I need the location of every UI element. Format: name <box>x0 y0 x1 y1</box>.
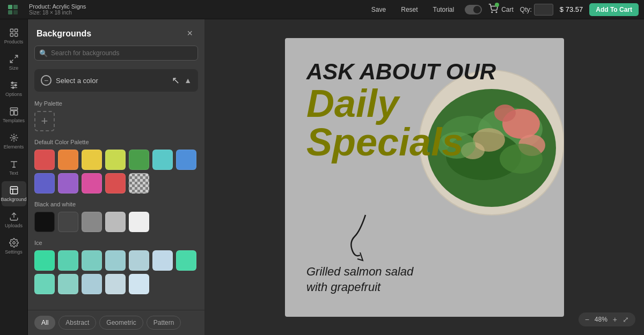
swatch-yellow-green[interactable] <box>105 150 126 170</box>
swatch-pink[interactable] <box>82 173 102 193</box>
ice-swatch-11[interactable] <box>105 274 126 294</box>
svg-rect-8 <box>10 34 13 36</box>
swatch-light-gray[interactable] <box>105 212 126 232</box>
cursor-indicator: ↖ <box>172 75 180 86</box>
canvas-text-specials: Specials <box>306 123 543 161</box>
cart-label: Cart <box>501 6 514 13</box>
swatch-white[interactable] <box>129 212 149 232</box>
canvas-bottom-text-line1: Grilled salmon salad <box>306 265 413 278</box>
search-input[interactable] <box>34 46 198 61</box>
bw-palette-title: Black and white <box>34 201 198 207</box>
icon-sidebar: Products Size Options Templates Elements… <box>0 19 28 335</box>
swatch-orange[interactable] <box>58 150 78 170</box>
swatch-teal[interactable] <box>152 150 173 170</box>
zoom-value: 48% <box>592 316 610 323</box>
sidebar-item-products[interactable]: Products <box>2 24 26 49</box>
search-area: 🔍 <box>34 46 198 61</box>
topbar: Product: Acrylic Signs Size: 18 × 18 inc… <box>0 0 644 19</box>
sidebar-label-uploads: Uploads <box>5 223 23 228</box>
filter-tab-pattern[interactable]: Pattern <box>147 316 181 330</box>
swatch-indigo[interactable] <box>34 173 55 193</box>
svg-point-4 <box>492 12 493 13</box>
add-to-cart-button[interactable]: Add To Cart <box>589 3 639 16</box>
svg-rect-7 <box>14 29 17 32</box>
main-layout: Products Size Options Templates Elements… <box>0 19 644 335</box>
sidebar-label-settings: Settings <box>5 249 23 255</box>
panel-close-button[interactable]: × <box>184 27 196 40</box>
svg-rect-17 <box>10 111 13 115</box>
canvas-wrapper: ASK ABOUT OUR Daily Specials SAVE 30% <box>285 38 564 317</box>
search-icon: 🔍 <box>39 49 48 57</box>
sidebar-item-background[interactable]: Background <box>2 181 26 206</box>
qty-label: Qty: <box>520 6 532 13</box>
ice-swatch-3[interactable] <box>82 250 102 271</box>
filter-tab-geometric[interactable]: Geometric <box>99 316 143 330</box>
sidebar-item-uploads[interactable]: Uploads <box>2 207 26 233</box>
ice-swatch-1[interactable] <box>34 250 55 271</box>
tutorial-button[interactable]: Tutorial <box>429 4 459 16</box>
reset-button[interactable]: Reset <box>397 4 422 16</box>
svg-rect-3 <box>13 10 18 14</box>
canvas-bottom-text: Grilled salmon salad with grapefruit <box>306 264 413 295</box>
logo <box>5 2 20 17</box>
ice-swatch-8[interactable] <box>34 274 55 294</box>
swirl-decoration <box>333 210 376 263</box>
swatch-purple[interactable] <box>58 173 78 193</box>
ice-swatch-12[interactable] <box>129 274 149 294</box>
ice-swatch-9[interactable] <box>58 274 78 294</box>
add-color-button[interactable]: + <box>34 111 55 131</box>
palette-container: My Palette + Default Color Palette <box>28 98 204 310</box>
sidebar-item-elements[interactable]: Elements <box>2 129 26 154</box>
zoom-in-button[interactable]: + <box>611 314 619 325</box>
toggle-knob <box>473 6 481 13</box>
sidebar-label-products: Products <box>4 39 24 44</box>
ice-swatch-2[interactable] <box>58 250 78 271</box>
svg-rect-0 <box>8 5 12 9</box>
swatch-mid-gray[interactable] <box>82 212 102 232</box>
color-picker-header[interactable]: − Select a color ↖ ▲ <box>34 69 198 92</box>
ice-swatch-10[interactable] <box>82 274 102 294</box>
swatch-red2[interactable] <box>105 173 126 193</box>
canvas-area: ASK ABOUT OUR Daily Specials SAVE 30% <box>205 19 644 335</box>
sidebar-item-text[interactable]: Text <box>2 155 26 180</box>
quantity-area: Qty: 1 <box>520 4 553 16</box>
swatch-green[interactable] <box>129 150 149 170</box>
sidebar-item-settings[interactable]: Settings <box>2 234 26 259</box>
sidebar-label-size: Size <box>9 65 19 71</box>
cart-icon-wrapper[interactable] <box>488 4 498 15</box>
canvas-text-daily: Daily <box>306 84 543 123</box>
sidebar-item-templates[interactable]: Templates <box>2 102 26 128</box>
default-palette-section: Default Color Palette <box>34 139 198 193</box>
zoom-out-button[interactable]: − <box>583 314 591 325</box>
quantity-input[interactable]: 1 <box>534 4 553 16</box>
ice-swatch-5[interactable] <box>129 250 149 271</box>
swatch-dark-gray[interactable] <box>58 212 78 232</box>
swatch-black[interactable] <box>34 212 55 232</box>
swatch-transparent[interactable] <box>129 173 149 193</box>
canvas-bottom-text-line2: with grapefruit <box>306 280 380 294</box>
ice-swatch-6[interactable] <box>152 250 173 271</box>
ice-swatch-7[interactable] <box>176 250 196 271</box>
sidebar-item-options[interactable]: Options <box>2 76 26 101</box>
canvas[interactable]: ASK ABOUT OUR Daily Specials SAVE 30% <box>285 38 564 317</box>
dark-mode-toggle[interactable] <box>465 5 482 14</box>
my-palette-grid: + <box>34 111 198 131</box>
zoom-expand-button[interactable]: ⤢ <box>620 314 631 325</box>
sidebar-label-templates: Templates <box>3 118 25 123</box>
canvas-text-ask: ASK ABOUT OUR <box>306 59 543 84</box>
sidebar-label-options: Options <box>5 92 22 97</box>
color-picker-minus-icon[interactable]: − <box>41 75 52 86</box>
swatch-yellow[interactable] <box>82 150 102 170</box>
swatch-blue[interactable] <box>176 150 196 170</box>
filter-tab-abstract[interactable]: Abstract <box>58 316 96 330</box>
filter-tabs: All Abstract Geometric Pattern <box>28 310 204 335</box>
svg-rect-20 <box>10 187 18 194</box>
cart-area: Cart <box>488 4 514 15</box>
ice-swatch-4[interactable] <box>105 250 126 271</box>
swatch-red[interactable] <box>34 150 55 170</box>
svg-rect-18 <box>14 111 17 115</box>
save-button[interactable]: Save <box>367 4 390 16</box>
svg-rect-1 <box>13 5 18 9</box>
filter-tab-all[interactable]: All <box>34 316 55 330</box>
sidebar-item-size[interactable]: Size <box>2 50 26 75</box>
